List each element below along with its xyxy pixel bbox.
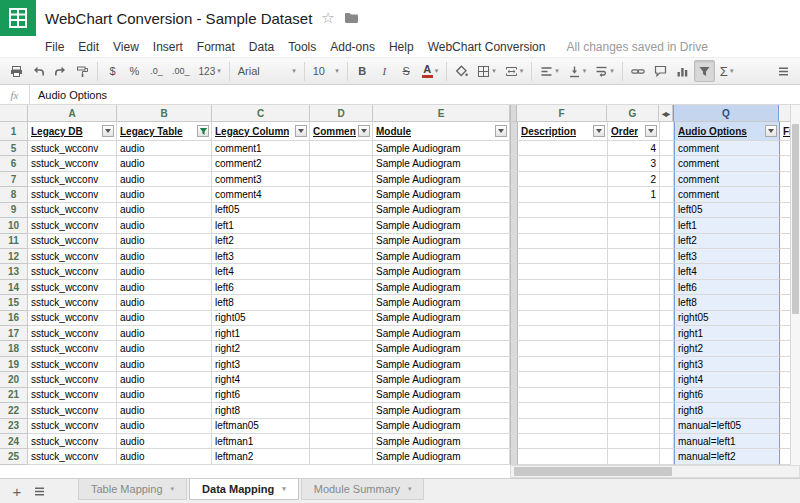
menu-view[interactable]: View [106, 40, 146, 54]
cell-A18[interactable]: sstuck_wcconv [28, 341, 117, 356]
cell-C12[interactable]: left3 [212, 249, 310, 264]
horizontal-scrollbar-thumb[interactable] [514, 467, 672, 476]
menu-tools[interactable]: Tools [281, 40, 323, 54]
cell-E7[interactable]: Sample Audiogram [373, 172, 510, 187]
cell-E16[interactable]: Sample Audiogram [373, 311, 510, 326]
cell-E8[interactable]: Sample Audiogram [373, 187, 510, 202]
cell-A15[interactable]: sstuck_wcconv [28, 295, 117, 310]
cell-C8[interactable]: comment4 [212, 187, 310, 202]
cell-A16[interactable]: sstuck_wcconv [28, 311, 117, 326]
currency-format-button[interactable]: $ [102, 60, 123, 82]
functions-button[interactable]: Σ▾ [716, 60, 738, 82]
formula-input[interactable]: Audio Options [30, 85, 800, 104]
column-header-A[interactable]: A [28, 105, 117, 122]
row-header-7[interactable]: 7 [0, 172, 28, 187]
cell-G16[interactable] [608, 311, 660, 326]
decrease-decimal-button[interactable]: .0_ [146, 60, 167, 82]
cell-Q23[interactable]: manual=left05 [674, 419, 780, 434]
cell-D23[interactable] [310, 419, 373, 434]
sheet-tab-table-mapping[interactable]: Table Mapping▾ [78, 479, 187, 500]
header-cell-Q[interactable]: Audio Options [674, 122, 780, 141]
filter-dropdown-button[interactable] [295, 125, 307, 137]
cell-G23[interactable] [608, 419, 660, 434]
cell-Q18[interactable]: right2 [674, 341, 780, 356]
cell-E17[interactable]: Sample Audiogram [373, 326, 510, 341]
cell-E22[interactable]: Sample Audiogram [373, 403, 510, 418]
cell-F10[interactable] [518, 218, 608, 233]
row-header-14[interactable]: 14 [0, 280, 28, 295]
column-header-Q[interactable]: Q [673, 105, 779, 122]
cell-D19[interactable] [310, 357, 373, 372]
cell-Q10[interactable]: left1 [674, 218, 780, 233]
cell-D5[interactable] [310, 141, 373, 156]
vertical-align-button[interactable]: ▾ [564, 60, 591, 82]
cell-B7[interactable]: audio [117, 172, 212, 187]
cell-D11[interactable] [310, 234, 373, 249]
cell-B18[interactable]: audio [117, 341, 212, 356]
menu-file[interactable]: File [38, 40, 71, 54]
strikethrough-button[interactable]: S [396, 60, 417, 82]
cell-B5[interactable]: audio [117, 141, 212, 156]
cell-E14[interactable]: Sample Audiogram [373, 280, 510, 295]
header-cell-E[interactable]: Module [373, 122, 510, 141]
menu-help[interactable]: Help [382, 40, 421, 54]
cell-A13[interactable]: sstuck_wcconv [28, 264, 117, 279]
cell-G20[interactable] [608, 372, 660, 387]
cell-E11[interactable]: Sample Audiogram [373, 234, 510, 249]
cell-C15[interactable]: left8 [212, 295, 310, 310]
grid-corner[interactable] [0, 105, 28, 122]
toolbar-overflow-button[interactable] [773, 60, 794, 82]
cell-B15[interactable]: audio [117, 295, 212, 310]
cell-G5[interactable]: 4 [608, 141, 660, 156]
row-header-10[interactable]: 10 [0, 218, 28, 233]
sheet-tab-data-mapping[interactable]: Data Mapping▾ [189, 479, 299, 500]
cell-F24[interactable] [518, 434, 608, 449]
cell-G10[interactable] [608, 218, 660, 233]
increase-decimal-button[interactable]: .00_ [168, 60, 194, 82]
cell-E6[interactable]: Sample Audiogram [373, 156, 510, 171]
cell-G17[interactable] [608, 326, 660, 341]
cell-D17[interactable] [310, 326, 373, 341]
cell-A11[interactable]: sstuck_wcconv [28, 234, 117, 249]
cell-F17[interactable] [518, 326, 608, 341]
filter-button[interactable] [694, 60, 715, 82]
cell-A6[interactable]: sstuck_wcconv [28, 156, 117, 171]
filter-dropdown-button[interactable] [593, 125, 605, 137]
cell-B19[interactable]: audio [117, 357, 212, 372]
cell-D21[interactable] [310, 388, 373, 403]
cell-Q11[interactable]: left2 [674, 234, 780, 249]
menu-edit[interactable]: Edit [71, 40, 106, 54]
filter-dropdown-button[interactable] [102, 125, 114, 137]
cell-E10[interactable]: Sample Audiogram [373, 218, 510, 233]
cell-A8[interactable]: sstuck_wcconv [28, 187, 117, 202]
cell-D12[interactable] [310, 249, 373, 264]
row-header-9[interactable]: 9 [0, 203, 28, 218]
cell-Q22[interactable]: right8 [674, 403, 780, 418]
column-header-G[interactable]: G [607, 105, 659, 122]
paint-format-button[interactable] [72, 60, 93, 82]
cell-A7[interactable]: sstuck_wcconv [28, 172, 117, 187]
cell-G6[interactable]: 3 [608, 156, 660, 171]
fill-color-button[interactable] [451, 60, 472, 82]
cell-F5[interactable] [518, 141, 608, 156]
cell-F13[interactable] [518, 264, 608, 279]
cell-G18[interactable] [608, 341, 660, 356]
header-cell-F[interactable]: Description [518, 122, 608, 141]
filter-dropdown-button[interactable] [495, 125, 507, 137]
cell-E18[interactable]: Sample Audiogram [373, 341, 510, 356]
insert-link-button[interactable] [627, 60, 649, 82]
print-button[interactable] [6, 60, 27, 82]
cell-A14[interactable]: sstuck_wcconv [28, 280, 117, 295]
cell-B23[interactable]: audio [117, 419, 212, 434]
insert-comment-button[interactable] [650, 60, 671, 82]
cell-F11[interactable] [518, 234, 608, 249]
cell-Q8[interactable]: comment [674, 187, 780, 202]
vertical-scrollbar-thumb[interactable] [792, 124, 799, 314]
cell-D7[interactable] [310, 172, 373, 187]
row-header-12[interactable]: 12 [0, 249, 28, 264]
cell-Q9[interactable]: left05 [674, 203, 780, 218]
bold-button[interactable]: B [352, 60, 373, 82]
cell-B13[interactable]: audio [117, 264, 212, 279]
cell-G24[interactable] [608, 434, 660, 449]
cell-B6[interactable]: audio [117, 156, 212, 171]
